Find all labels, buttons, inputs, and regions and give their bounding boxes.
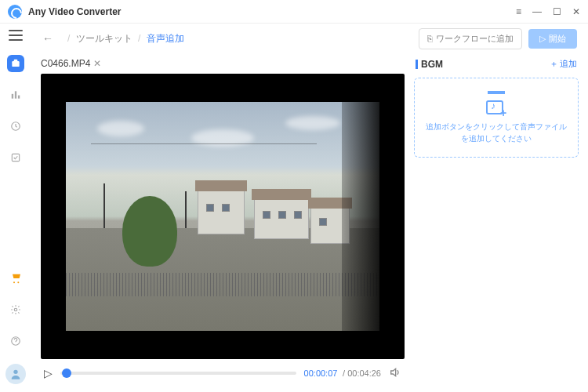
nav-cart-icon[interactable] xyxy=(7,270,24,287)
close-button[interactable]: ✕ xyxy=(572,6,580,17)
workflow-icon: ⎘ xyxy=(427,34,433,43)
filename-row: C0466.MP4 ✕ xyxy=(41,53,405,74)
video-preview[interactable] xyxy=(41,74,405,359)
seek-slider[interactable] xyxy=(60,372,296,375)
nav-clock-icon[interactable] xyxy=(7,118,24,135)
avatar[interactable] xyxy=(5,364,26,384)
svg-rect-5 xyxy=(12,154,19,161)
breadcrumb: / ツールキット / 音声追加 xyxy=(64,32,412,45)
bgm-dropzone[interactable]: + 追加ボタンをクリックして音声ファイルを追加してください xyxy=(414,78,579,158)
nav-toolkit-icon[interactable] xyxy=(7,55,24,72)
total-time: 00:04:26 xyxy=(347,368,381,378)
svg-point-7 xyxy=(17,281,19,283)
svg-rect-1 xyxy=(12,94,13,99)
play-icon: ▷ xyxy=(539,34,546,44)
svg-rect-3 xyxy=(18,96,20,99)
remove-file-button[interactable]: ✕ xyxy=(93,58,101,69)
breadcrumb-parent[interactable]: ツールキット xyxy=(76,33,132,44)
playback-controls: ▷ 00:00:07 / 00:04:26 xyxy=(41,359,405,383)
section-bar-icon xyxy=(416,60,418,69)
start-button[interactable]: ▷ 開始 xyxy=(528,29,577,49)
time-display: 00:00:07 / 00:04:26 xyxy=(304,368,381,379)
svg-rect-2 xyxy=(15,91,16,98)
dropzone-text: 追加ボタンをクリックして音声ファイルを追加してください xyxy=(423,121,570,144)
volume-icon[interactable] xyxy=(389,366,401,381)
add-workflow-button[interactable]: ⎘ ワークフローに追加 xyxy=(419,28,522,49)
sidebar xyxy=(0,24,31,392)
nav-settings-icon[interactable] xyxy=(7,301,24,318)
current-time: 00:00:07 xyxy=(304,368,338,378)
video-pane: C0466.MP4 ✕ xyxy=(41,53,405,383)
minimize-button[interactable]: — xyxy=(532,6,542,17)
bgm-panel: BGM ＋ 追加 + 追加ボタンをクリックして音声ファイルを追加してください xyxy=(414,53,579,383)
hamburger-icon[interactable] xyxy=(9,30,23,41)
app-logo-icon xyxy=(8,5,22,19)
svg-rect-0 xyxy=(12,61,19,67)
svg-point-8 xyxy=(14,308,17,311)
audio-add-icon: + xyxy=(483,91,510,114)
titlebar: Any Video Converter ≡ — ☐ ✕ xyxy=(0,0,588,24)
svg-point-10 xyxy=(13,370,17,374)
topbar: ← / ツールキット / 音声追加 ⎘ ワークフローに追加 ▷ 開始 xyxy=(31,24,588,53)
play-button[interactable]: ▷ xyxy=(44,367,53,379)
back-button[interactable]: ← xyxy=(42,32,53,45)
plus-icon: ＋ xyxy=(550,58,558,70)
filename-label: C0466.MP4 xyxy=(41,58,90,69)
bgm-title: BGM xyxy=(421,59,546,70)
maximize-button[interactable]: ☐ xyxy=(553,6,561,17)
nav-bars-icon[interactable] xyxy=(7,86,24,103)
nav-help-icon[interactable] xyxy=(7,332,24,350)
app-title: Any Video Converter xyxy=(28,6,516,17)
menu-icon[interactable]: ≡ xyxy=(516,6,521,17)
svg-point-6 xyxy=(13,281,15,283)
nav-check-icon[interactable] xyxy=(7,149,24,166)
breadcrumb-current: 音声追加 xyxy=(147,33,184,44)
add-bgm-button[interactable]: ＋ 追加 xyxy=(550,58,577,70)
